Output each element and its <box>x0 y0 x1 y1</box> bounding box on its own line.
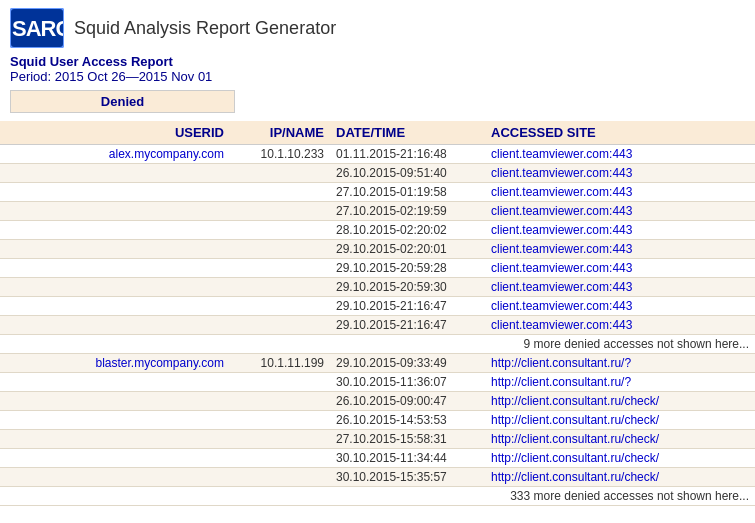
cell-site: http://client.consultant.ru/check/ <box>485 411 755 430</box>
cell-ip <box>230 430 330 449</box>
site-link[interactable]: client.teamviewer.com:443 <box>491 242 632 256</box>
site-link[interactable]: client.teamviewer.com:443 <box>491 147 632 161</box>
table-row: 29.10.2015-21:16:47client.teamviewer.com… <box>0 316 755 335</box>
cell-userid <box>0 259 230 278</box>
cell-userid <box>0 411 230 430</box>
site-link[interactable]: http://client.consultant.ru/? <box>491 356 631 370</box>
cell-ip: 10.1.11.199 <box>230 354 330 373</box>
cell-datetime: 27.10.2015-01:19:58 <box>330 183 485 202</box>
cell-userid <box>0 240 230 259</box>
site-link[interactable]: http://client.consultant.ru/check/ <box>491 413 659 427</box>
cell-userid <box>0 297 230 316</box>
cell-ip <box>230 259 330 278</box>
cell-datetime: 30.10.2015-15:35:57 <box>330 468 485 487</box>
cell-site: client.teamviewer.com:443 <box>485 240 755 259</box>
cell-userid <box>0 202 230 221</box>
cell-datetime: 26.10.2015-14:53:53 <box>330 411 485 430</box>
cell-site: http://client.consultant.ru/check/ <box>485 392 755 411</box>
table-row: 27.10.2015-02:19:59client.teamviewer.com… <box>0 202 755 221</box>
cell-ip <box>230 164 330 183</box>
cell-datetime: 26.10.2015-09:00:47 <box>330 392 485 411</box>
cell-datetime: 29.10.2015-20:59:28 <box>330 259 485 278</box>
site-link[interactable]: http://client.consultant.ru/? <box>491 375 631 389</box>
cell-userid <box>0 373 230 392</box>
cell-datetime: 29.10.2015-20:59:30 <box>330 278 485 297</box>
cell-ip <box>230 411 330 430</box>
cell-datetime: 29.10.2015-21:16:47 <box>330 297 485 316</box>
access-table: USERID IP/NAME DATE/TIME ACCESSED SITE a… <box>0 121 755 506</box>
table-header-row: USERID IP/NAME DATE/TIME ACCESSED SITE <box>0 121 755 145</box>
site-link[interactable]: client.teamviewer.com:443 <box>491 166 632 180</box>
cell-ip <box>230 468 330 487</box>
col-header-userid: USERID <box>0 121 230 145</box>
cell-site: client.teamviewer.com:443 <box>485 183 755 202</box>
site-link[interactable]: http://client.consultant.ru/check/ <box>491 451 659 465</box>
table-row: 29.10.2015-20:59:30client.teamviewer.com… <box>0 278 755 297</box>
table-row: 30.10.2015-11:36:07http://client.consult… <box>0 373 755 392</box>
cell-userid: blaster.mycompany.com <box>0 354 230 373</box>
cell-ip <box>230 316 330 335</box>
cell-site: client.teamviewer.com:443 <box>485 221 755 240</box>
section-header: Denied <box>10 90 235 113</box>
cell-userid <box>0 164 230 183</box>
cell-site: http://client.consultant.ru/check/ <box>485 449 755 468</box>
cell-ip <box>230 240 330 259</box>
col-header-datetime: DATE/TIME <box>330 121 485 145</box>
cell-ip <box>230 392 330 411</box>
site-link[interactable]: client.teamviewer.com:443 <box>491 185 632 199</box>
table-row: 29.10.2015-20:59:28client.teamviewer.com… <box>0 259 755 278</box>
svg-text:SARC: SARC <box>12 16 64 41</box>
table-row: alex.mycompany.com10.1.10.23301.11.2015-… <box>0 145 755 164</box>
cell-datetime: 29.10.2015-09:33:49 <box>330 354 485 373</box>
table-row: 30.10.2015-11:34:44http://client.consult… <box>0 449 755 468</box>
col-header-site: ACCESSED SITE <box>485 121 755 145</box>
site-link[interactable]: http://client.consultant.ru/check/ <box>491 394 659 408</box>
more-denied-cell: 9 more denied accesses not shown here... <box>0 335 755 354</box>
cell-ip <box>230 183 330 202</box>
site-link[interactable]: http://client.consultant.ru/check/ <box>491 470 659 484</box>
table-row: 29.10.2015-21:16:47client.teamviewer.com… <box>0 297 755 316</box>
cell-userid <box>0 430 230 449</box>
cell-datetime: 28.10.2015-02:20:02 <box>330 221 485 240</box>
cell-ip <box>230 278 330 297</box>
table-row: 27.10.2015-15:58:31http://client.consult… <box>0 430 755 449</box>
site-link[interactable]: client.teamviewer.com:443 <box>491 223 632 237</box>
cell-ip <box>230 449 330 468</box>
cell-datetime: 26.10.2015-09:51:40 <box>330 164 485 183</box>
cell-userid <box>0 392 230 411</box>
report-title: Squid User Access Report <box>10 54 745 69</box>
cell-site: client.teamviewer.com:443 <box>485 145 755 164</box>
col-header-ip: IP/NAME <box>230 121 330 145</box>
cell-site: http://client.consultant.ru/check/ <box>485 468 755 487</box>
site-link[interactable]: client.teamviewer.com:443 <box>491 204 632 218</box>
cell-ip <box>230 221 330 240</box>
report-period: Period: 2015 Oct 26—2015 Nov 01 <box>10 69 745 84</box>
site-link[interactable]: client.teamviewer.com:443 <box>491 261 632 275</box>
cell-site: client.teamviewer.com:443 <box>485 164 755 183</box>
cell-userid <box>0 221 230 240</box>
table-row: 26.10.2015-14:53:53http://client.consult… <box>0 411 755 430</box>
app-header: SARC Squid Analysis Report Generator <box>0 0 755 52</box>
cell-site: http://client.consultant.ru/? <box>485 373 755 392</box>
table-row: 27.10.2015-01:19:58client.teamviewer.com… <box>0 183 755 202</box>
site-link[interactable]: client.teamviewer.com:443 <box>491 299 632 313</box>
table-row: 9 more denied accesses not shown here... <box>0 335 755 354</box>
table-row: 26.10.2015-09:51:40client.teamviewer.com… <box>0 164 755 183</box>
userid-link[interactable]: alex.mycompany.com <box>109 147 224 161</box>
site-link[interactable]: client.teamviewer.com:443 <box>491 318 632 332</box>
cell-datetime: 27.10.2015-02:19:59 <box>330 202 485 221</box>
cell-site: http://client.consultant.ru/check/ <box>485 430 755 449</box>
cell-site: client.teamviewer.com:443 <box>485 278 755 297</box>
cell-ip <box>230 373 330 392</box>
report-info: Squid User Access Report Period: 2015 Oc… <box>0 52 755 90</box>
table-row: blaster.mycompany.com10.1.11.19929.10.20… <box>0 354 755 373</box>
userid-link[interactable]: blaster.mycompany.com <box>96 356 225 370</box>
cell-datetime: 01.11.2015-21:16:48 <box>330 145 485 164</box>
site-link[interactable]: http://client.consultant.ru/check/ <box>491 432 659 446</box>
site-link[interactable]: client.teamviewer.com:443 <box>491 280 632 294</box>
cell-userid <box>0 183 230 202</box>
cell-userid <box>0 449 230 468</box>
table-row: 29.10.2015-02:20:01client.teamviewer.com… <box>0 240 755 259</box>
table-row: 333 more denied accesses not shown here.… <box>0 487 755 506</box>
more-denied-cell: 333 more denied accesses not shown here.… <box>0 487 755 506</box>
